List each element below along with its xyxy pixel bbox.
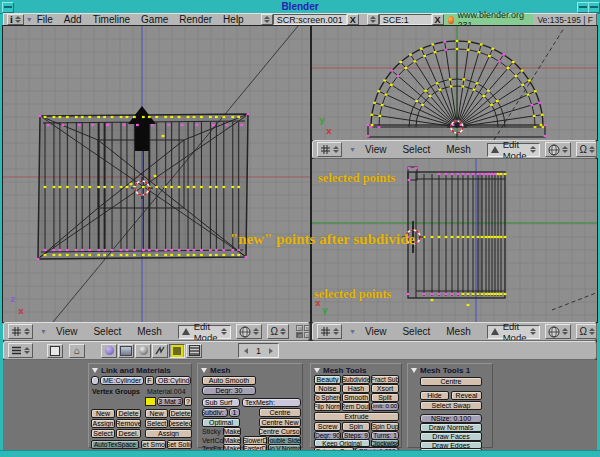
window-close-button[interactable]	[588, 2, 600, 13]
screen-browse-button[interactable]	[261, 14, 273, 25]
object-name-field[interactable]: OB:Cylinder	[155, 376, 191, 385]
vgroup-remove-button[interactable]: Remove	[116, 419, 141, 428]
draw-faces-toggle[interactable]: Draw Faces	[420, 432, 482, 441]
mesh-name-field[interactable]: ME:Cylinder	[100, 376, 144, 385]
reveal-button[interactable]: Reveal	[451, 391, 482, 400]
vgroup-deselect-button[interactable]: Desel.	[116, 429, 141, 438]
extrude-button[interactable]: Extrude	[314, 412, 399, 421]
menu-timeline[interactable]: Timeline	[93, 14, 130, 25]
subdiv-render-field[interactable]: 1	[229, 408, 240, 417]
scene-delete-button[interactable]: X	[432, 14, 444, 25]
fract-sub-button[interactable]: Fract Sub	[371, 375, 399, 384]
viewport-3d-front-left[interactable]: zx	[3, 26, 310, 322]
material-delete-button[interactable]: Delete	[169, 409, 192, 418]
home-button[interactable]: ⌂	[69, 344, 85, 358]
chevron-down-icon[interactable]: ▼	[349, 328, 356, 335]
screen-name-field[interactable]: SCR:screen.001	[273, 14, 347, 25]
editor-type-button[interactable]	[317, 142, 342, 157]
menu-select[interactable]: Select	[402, 144, 430, 155]
autotexspace-toggle[interactable]: AutoTexSpace	[91, 440, 139, 449]
select-swap-button[interactable]: Select Swap	[420, 401, 482, 410]
set-smooth-button[interactable]: Set Smoo	[141, 440, 166, 449]
shading-context-button[interactable]	[135, 344, 151, 358]
mode-dropdown[interactable]: Edit Mode	[487, 325, 541, 339]
hash-button[interactable]: Hash	[342, 384, 370, 393]
menu-view[interactable]: View	[365, 326, 387, 337]
spin-button[interactable]: Spin	[342, 422, 370, 431]
chevron-down-icon[interactable]: ▼	[40, 328, 47, 335]
split-button[interactable]: Split	[371, 393, 399, 402]
mode-dropdown[interactable]: Edit Mode	[487, 143, 541, 157]
material-color-swatch[interactable]	[145, 397, 156, 406]
editor-type-button[interactable]	[8, 343, 33, 358]
menu-mesh[interactable]: Mesh	[446, 326, 470, 337]
texmesh-field[interactable]: TexMesh:	[242, 398, 301, 407]
logic-context-button[interactable]	[101, 344, 117, 358]
material-new-button[interactable]: New	[145, 409, 168, 418]
draw-type-button[interactable]	[545, 142, 571, 157]
menu-mesh[interactable]: Mesh	[137, 326, 161, 337]
pivot-button[interactable]: Ω	[267, 324, 288, 339]
layer-toggle[interactable]	[304, 325, 310, 331]
menu-add[interactable]: Add	[64, 14, 82, 25]
panel-header[interactable]: Link and Materials	[89, 364, 191, 376]
pivot-button[interactable]: Ω	[576, 142, 597, 157]
rem-doubles-button[interactable]: Rem Doub	[342, 402, 370, 411]
subdivide-button[interactable]: Subdivide	[342, 375, 370, 384]
object-context-button[interactable]	[152, 344, 168, 358]
vgroup-delete-button[interactable]: Delete	[116, 409, 141, 418]
screen-delete-button[interactable]: X	[347, 14, 359, 25]
panel-header[interactable]: Mesh	[198, 364, 302, 376]
viewport-3d-top-right[interactable]: yx	[312, 26, 597, 140]
menu-file[interactable]: File	[37, 14, 53, 25]
material-deselect-button[interactable]: Deselect	[169, 419, 192, 428]
menu-game[interactable]: Game	[141, 14, 168, 25]
xsort-button[interactable]: Xsort	[371, 384, 399, 393]
menu-help[interactable]: Help	[223, 14, 244, 25]
editor-type-button[interactable]	[317, 324, 342, 339]
subsurf-toggle[interactable]: Sub Surf	[202, 398, 240, 407]
window-type-button[interactable]: i	[7, 14, 24, 25]
pivot-button[interactable]: Ω	[576, 324, 597, 339]
frame-prev-icon[interactable]	[244, 348, 248, 354]
layer-toggle[interactable]	[304, 332, 310, 338]
beauty-toggle[interactable]: Beauty	[314, 375, 341, 384]
layer-toggle[interactable]	[296, 332, 303, 338]
material-index-field[interactable]: 3 Mat 3	[157, 397, 183, 406]
nsize-field[interactable]: NSize: 0.100	[420, 414, 482, 423]
auto-smooth-toggle[interactable]: Auto Smooth	[202, 376, 256, 385]
script-context-button[interactable]	[118, 344, 134, 358]
smooth-button[interactable]: Smooth	[342, 393, 370, 402]
menu-view[interactable]: View	[365, 144, 387, 155]
centre-cursor-button[interactable]: Centre Cursor	[259, 427, 301, 436]
draw-type-button[interactable]	[545, 324, 571, 339]
keep-original-toggle[interactable]: Keep Original	[314, 439, 370, 447]
editor-type-button[interactable]	[8, 324, 33, 339]
subdiv-field[interactable]: Subdiv: 1	[202, 408, 228, 417]
chevron-down-icon[interactable]: ▼	[26, 16, 33, 23]
editing-context-button[interactable]	[169, 344, 185, 358]
limit-field[interactable]: Limit: 0.001	[371, 402, 399, 411]
centre-new-button[interactable]: Centre New	[259, 418, 301, 427]
hide-button[interactable]: Hide	[420, 391, 449, 400]
sticky-make-button[interactable]: Make	[223, 427, 241, 436]
material-assign-button[interactable]: Assign	[145, 429, 192, 438]
menu-select[interactable]: Select	[93, 326, 121, 337]
noise-button[interactable]: Noise	[314, 384, 341, 393]
menu-mesh[interactable]: Mesh	[446, 144, 470, 155]
menu-view[interactable]: View	[56, 326, 78, 337]
scene-context-button[interactable]	[186, 344, 202, 358]
fake-user-button[interactable]: F	[145, 376, 154, 385]
frame-counter[interactable]: 1	[238, 343, 279, 358]
centre-button[interactable]: Centre	[420, 377, 482, 386]
layer-toggle[interactable]	[296, 325, 303, 331]
vgroup-assign-button[interactable]: Assign	[91, 419, 115, 428]
menu-select[interactable]: Select	[402, 326, 430, 337]
degr-field[interactable]: Degr: 30	[202, 386, 256, 395]
material-help-button[interactable]: ?	[184, 397, 192, 406]
draw-normals-toggle[interactable]: Draw Normals	[420, 423, 482, 432]
screw-button[interactable]: Screw	[314, 422, 341, 431]
clockwise-toggle[interactable]: Clockwise	[371, 439, 399, 447]
material-select-button[interactable]: Select	[145, 419, 168, 428]
scene-browse-button[interactable]	[367, 14, 379, 25]
